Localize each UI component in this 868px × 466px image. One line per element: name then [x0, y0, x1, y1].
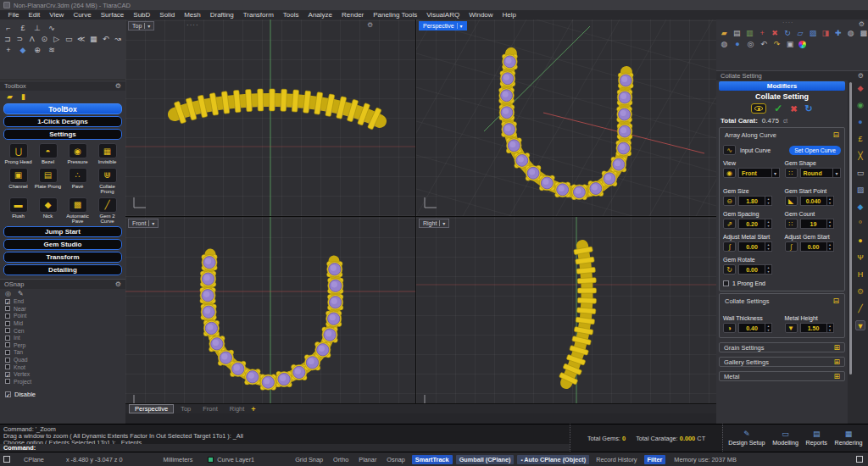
viewport-front-label[interactable]: Front▾ [128, 219, 159, 228]
field-gem-start-point-input[interactable]: 0.040▴▾ [800, 196, 834, 206]
viewport-tab-top[interactable]: Top [175, 405, 196, 413]
spinner-arrows[interactable]: ▴▾ [826, 242, 833, 251]
undo-icon[interactable]: ↶ [760, 40, 769, 48]
cutter-icon[interactable]: ╳ [855, 151, 865, 161]
spinner-arrows[interactable]: ▴▾ [826, 324, 833, 332]
gumball-cplane--toggle[interactable]: Gumball (CPlane) [456, 455, 515, 464]
freeform-curve-icon[interactable]: ↝ [114, 35, 123, 43]
osnap-toggle[interactable]: Osnap [383, 455, 409, 464]
tool-plate-prong[interactable]: ▤Plate Prong [33, 168, 63, 195]
osnap-project-checkbox[interactable] [5, 379, 10, 384]
settings-button[interactable]: Settings [3, 129, 122, 140]
osnap-vertex-checkbox[interactable]: ✓ [5, 372, 10, 377]
osnap-point-checkbox[interactable] [5, 313, 10, 319]
tool-automatic-pave[interactable]: ▩Automatic Pave [63, 197, 92, 225]
menu-view[interactable]: View [45, 10, 69, 19]
apply-icon[interactable]: ✓ [774, 103, 782, 114]
detailing-button[interactable]: Detailing [3, 264, 122, 275]
record-history-toggle[interactable]: Record History [593, 455, 640, 464]
viewport-layout-icon[interactable]: ▥ [745, 29, 754, 37]
notifications-icon[interactable] [3, 456, 10, 463]
viewport-tab-front[interactable]: Front [198, 405, 223, 413]
open-file-icon[interactable]: ▰ [720, 29, 728, 37]
field-adjust-metal-start-input[interactable]: 0.00▴▾ [738, 241, 772, 252]
menu-visualarq[interactable]: VisualARQ [422, 10, 465, 19]
expand-icon[interactable]: ⊞ [833, 343, 840, 352]
tool-bezel[interactable]: ◓Bezel [33, 143, 63, 165]
viewport-right[interactable]: Right▾ [416, 217, 716, 413]
toolbox-button[interactable]: ToolBox [3, 103, 122, 114]
tool-collate-prong[interactable]: ⋓Collate Prong [92, 168, 122, 195]
cplane-pane[interactable]: CPlane [20, 456, 47, 463]
viewport-perspective-label[interactable]: Perspective▾ [419, 21, 467, 31]
field-gem-size-input[interactable]: 1.80▴▾ [738, 196, 772, 206]
collate-prong-icon[interactable]: ▼ [855, 320, 865, 330]
osnap-int[interactable]: Int [0, 334, 125, 341]
menu-surface[interactable]: Surface [96, 10, 129, 19]
menu-subd[interactable]: SubD [129, 10, 155, 19]
menu-tools[interactable]: Tools [278, 10, 303, 19]
expand-icon[interactable]: ⊞ [833, 372, 840, 380]
wire-sphere-icon[interactable]: ◍ [847, 29, 855, 37]
rectangle-tool-icon[interactable]: ▭ [65, 35, 74, 43]
tool-channel[interactable]: ▣Channel [3, 168, 33, 195]
osnap-mid-checkbox[interactable] [5, 321, 10, 326]
transform-button[interactable]: Transform [3, 252, 122, 263]
floating-gear-icon[interactable]: ⚙ [367, 21, 373, 29]
frame-icon[interactable]: ▣ [786, 40, 795, 48]
planar-toggle[interactable]: Planar [355, 455, 380, 464]
align-icon[interactable]: ✚ [834, 29, 843, 37]
line-icon[interactable]: ╱ [855, 303, 865, 313]
menu-solid[interactable]: Solid [155, 10, 180, 19]
fillet-tool-icon[interactable]: ↶ [102, 35, 110, 43]
paneling-tool-icon[interactable]: ▦ [90, 35, 98, 43]
rotate-icon[interactable]: ↻ [783, 29, 792, 37]
rendering-button[interactable]: ▦Rendering [834, 430, 862, 447]
prong-end-row[interactable]: 1 Prong End [723, 280, 841, 286]
shaded-sphere-icon[interactable]: ● [733, 40, 743, 48]
arc-tool-icon[interactable]: ⊃ [16, 35, 25, 43]
osnap-near[interactable]: Near [0, 305, 125, 313]
render-mesh-icon[interactable]: ▩ [859, 29, 867, 37]
point-tool-icon[interactable]: + [3, 46, 14, 54]
viewport-menu-arrow-icon[interactable]: ▾ [457, 23, 463, 29]
units-display[interactable]: Millimeters [159, 456, 196, 463]
redo-icon[interactable]: ↷ [772, 40, 782, 48]
osnap-knot-checkbox[interactable] [5, 364, 10, 369]
osnap-end[interactable]: ✓End [0, 298, 125, 306]
menu-window[interactable]: Window [465, 10, 498, 19]
spinner-arrows[interactable]: ▴▾ [765, 265, 771, 274]
menu-drafting[interactable]: Drafting [205, 10, 238, 19]
globe-icon[interactable]: ◍ [720, 40, 729, 48]
menu-mesh[interactable]: Mesh [180, 10, 206, 19]
gear-gold-icon[interactable]: ⚙ [855, 286, 865, 297]
copy-icon[interactable]: ▱ [796, 29, 804, 37]
paste-icon[interactable]: ▨ [809, 29, 817, 37]
field-gem-spacing-input[interactable]: 0.20▴▾ [738, 219, 772, 229]
dropdown-arrow-icon[interactable]: ▾ [832, 169, 840, 177]
prong-head-icon[interactable]: Ψ [855, 252, 865, 263]
filter-toggle[interactable]: Filter [644, 455, 666, 464]
grain-settings-section[interactable]: Grain Settings⊞ [719, 342, 845, 352]
osnap-int-checkbox[interactable] [5, 336, 10, 341]
menu-edit[interactable]: Edit [24, 10, 45, 19]
jump-start-button[interactable]: Jump Start [3, 226, 122, 237]
layer-color-swatch[interactable] [208, 457, 214, 463]
panel-scrollbar[interactable] [849, 82, 852, 374]
auto-cplane-object--toggle[interactable]: ▪ Auto CPlane (Object) [517, 455, 589, 464]
paint-tool-icon[interactable]: ◆ [18, 46, 28, 54]
osnap-project[interactable]: Project [0, 378, 125, 386]
design-setup-button[interactable]: ✎Design Setup [728, 430, 765, 447]
menu-transform[interactable]: Transform [238, 10, 278, 19]
field-gem-rotate-input[interactable]: 0.00▴▾ [738, 264, 772, 275]
viewport-right-label[interactable]: Right▾ [419, 219, 449, 228]
polygon-tool-icon[interactable]: ▷ [53, 35, 61, 43]
settings-tab-icon[interactable]: ▮ [21, 92, 25, 101]
ortho-toggle[interactable]: Ortho [330, 455, 352, 464]
spinner-arrows[interactable]: ▴▾ [826, 219, 833, 228]
material-icon[interactable]: ◆ [855, 83, 865, 93]
curve-sketch-icon[interactable]: £ [18, 24, 28, 32]
osnap-mid[interactable]: Mid [0, 319, 125, 327]
tool-pavé[interactable]: ∴Pavé [63, 168, 92, 195]
spinner-arrows[interactable]: ▴▾ [765, 219, 771, 228]
